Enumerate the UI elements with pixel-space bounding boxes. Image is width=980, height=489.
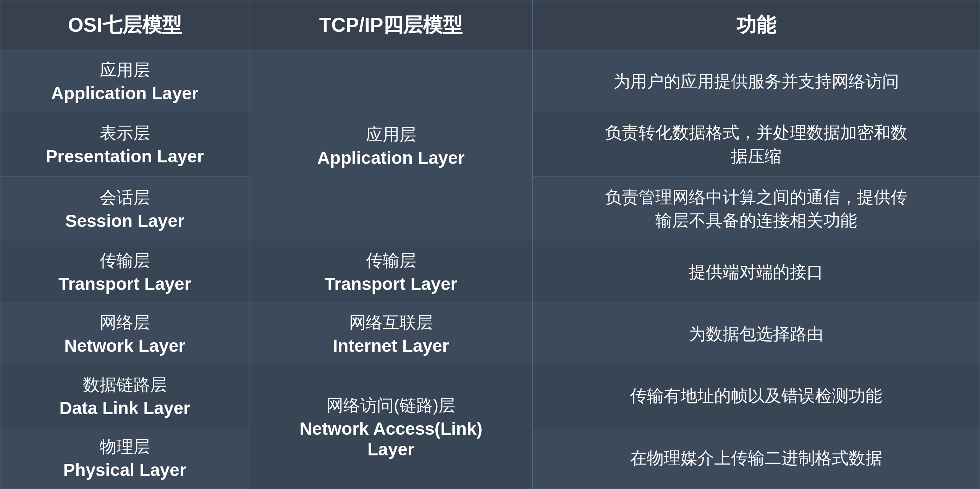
osi-transport-zh: 传输层 xyxy=(100,249,150,272)
header-osi-label: OSI七层模型 xyxy=(68,14,182,36)
header-osi: OSI七层模型 xyxy=(0,0,249,50)
func-application: 为用户的应用提供服务并支持网络访问 xyxy=(532,50,980,112)
osi-presentation-en: Presentation Layer xyxy=(46,146,204,167)
osi-physical-zh: 物理层 xyxy=(100,436,150,458)
osi-transport: 传输层 Transport Layer xyxy=(0,241,249,303)
func-presentation-text: 负责转化数据格式，并处理数据加密和数据压缩 xyxy=(605,123,907,165)
tcp-application-content: 应用层 Application Layer xyxy=(261,123,521,168)
osi-network: 网络层 Network Layer xyxy=(0,303,249,365)
table-row: 传输层 Transport Layer 传输层 Transport Layer … xyxy=(0,241,980,303)
osi-application: 应用层 Application Layer xyxy=(0,50,249,112)
table-row: 数据链路层 Data Link Layer 网络访问(链路)层 Network … xyxy=(0,365,980,427)
tcp-application-en: Application Layer xyxy=(317,147,465,168)
tcp-network-access-zh: 网络访问(链路)层 xyxy=(327,394,455,417)
tcp-application-zh: 应用层 xyxy=(366,123,416,146)
tcp-transport-content: 传输层 Transport Layer xyxy=(261,249,521,294)
osi-physical: 物理层 Physical Layer xyxy=(0,427,249,489)
osi-presentation-content: 表示层 Presentation Layer xyxy=(12,122,238,167)
osi-application-en: Application Layer xyxy=(51,83,199,104)
header-func: 功能 xyxy=(532,0,980,50)
header-tcpip-label: TCP/IP四层模型 xyxy=(319,14,463,36)
func-presentation: 负责转化数据格式，并处理数据加密和数据压缩 xyxy=(532,112,980,177)
osi-network-en: Network Layer xyxy=(64,335,185,356)
osi-application-zh: 应用层 xyxy=(100,59,150,81)
osi-physical-content: 物理层 Physical Layer xyxy=(12,436,238,480)
table-row: 应用层 Application Layer 应用层 Application La… xyxy=(0,50,980,112)
osi-session-content: 会话层 Session Layer xyxy=(12,186,238,231)
osi-transport-en: Transport Layer xyxy=(58,274,191,294)
table-row: 网络层 Network Layer 网络互联层 Internet Layer 为… xyxy=(0,303,980,365)
osi-datalink-en: Data Link Layer xyxy=(59,398,190,418)
osi-physical-en: Physical Layer xyxy=(63,460,186,480)
osi-transport-content: 传输层 Transport Layer xyxy=(12,249,238,294)
osi-datalink-zh: 数据链路层 xyxy=(83,374,167,396)
func-transport: 提供端对端的接口 xyxy=(532,241,980,303)
tcp-internet-zh: 网络互联层 xyxy=(349,311,433,334)
func-physical-text: 在物理媒介上传输二进制格式数据 xyxy=(630,449,882,467)
osi-presentation: 表示层 Presentation Layer xyxy=(0,112,249,177)
tcp-transport: 传输层 Transport Layer xyxy=(249,241,532,303)
tcp-internet-en: Internet Layer xyxy=(333,335,449,356)
tcp-network-access-content: 网络访问(链路)层 Network Access(Link)Layer xyxy=(261,394,521,460)
func-session: 负责管理网络中计算之间的通信，提供传输层不具备的连接相关功能 xyxy=(532,176,980,241)
osi-presentation-zh: 表示层 xyxy=(100,122,150,144)
func-transport-text: 提供端对端的接口 xyxy=(689,262,823,281)
func-physical: 在物理媒介上传输二进制格式数据 xyxy=(532,427,980,489)
table-header: OSI七层模型 TCP/IP四层模型 功能 xyxy=(0,0,980,50)
tcp-transport-en: Transport Layer xyxy=(325,274,458,294)
header-tcpip: TCP/IP四层模型 xyxy=(249,0,532,50)
func-application-text: 为用户的应用提供服务并支持网络访问 xyxy=(613,72,899,91)
tcp-network-access: 网络访问(链路)层 Network Access(Link)Layer xyxy=(249,365,532,489)
tcp-transport-zh: 传输层 xyxy=(366,249,416,272)
osi-session-zh: 会话层 xyxy=(100,186,150,209)
func-session-text: 负责管理网络中计算之间的通信，提供传输层不具备的连接相关功能 xyxy=(605,188,907,230)
func-datalink-text: 传输有地址的帧以及错误检测功能 xyxy=(630,386,882,405)
osi-datalink-content: 数据链路层 Data Link Layer xyxy=(12,374,238,418)
osi-network-zh: 网络层 xyxy=(100,311,150,334)
func-network-text: 为数据包选择路由 xyxy=(689,324,823,343)
osi-datalink: 数据链路层 Data Link Layer xyxy=(0,365,249,427)
osi-session-en: Session Layer xyxy=(65,210,184,231)
tcp-internet-content: 网络互联层 Internet Layer xyxy=(261,311,521,356)
tcp-network-access-en: Network Access(Link)Layer xyxy=(299,418,482,460)
osi-network-content: 网络层 Network Layer xyxy=(12,311,238,356)
osi-tcpip-table: OSI七层模型 TCP/IP四层模型 功能 应用层 Application La… xyxy=(0,0,980,489)
tcp-application: 应用层 Application Layer xyxy=(249,50,532,241)
func-datalink: 传输有地址的帧以及错误检测功能 xyxy=(532,365,980,427)
func-network: 为数据包选择路由 xyxy=(532,303,980,365)
tcp-internet: 网络互联层 Internet Layer xyxy=(249,303,532,365)
header-func-label: 功能 xyxy=(736,14,776,36)
osi-session: 会话层 Session Layer xyxy=(0,176,249,241)
osi-application-content: 应用层 Application Layer xyxy=(12,59,238,104)
